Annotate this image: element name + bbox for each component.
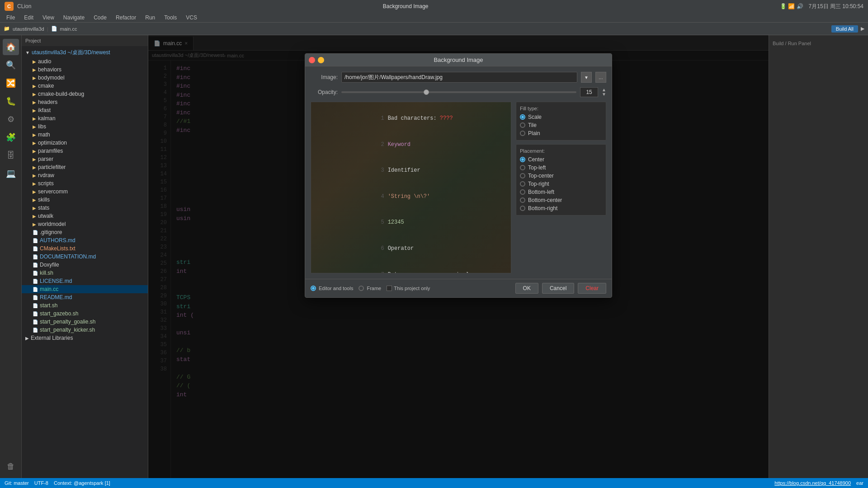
place-center-radio[interactable] bbox=[520, 157, 525, 162]
opacity-thumb[interactable] bbox=[424, 89, 429, 95]
tree-headers[interactable]: ▶ headers bbox=[22, 98, 148, 106]
placement-bottomright[interactable]: Bottom-right bbox=[520, 205, 602, 211]
place-bottomcenter-radio[interactable] bbox=[520, 197, 525, 203]
tree-scripts[interactable]: ▶ scripts bbox=[22, 179, 148, 188]
fill-plain-radio[interactable] bbox=[520, 131, 525, 136]
tree-cmakelists[interactable]: 📄 CMakeLists.txt bbox=[22, 244, 148, 253]
clear-button[interactable]: Clear bbox=[578, 283, 606, 294]
opacity-slider[interactable] bbox=[341, 91, 576, 93]
dropdown-button[interactable]: ▼ bbox=[581, 72, 592, 83]
place-topleft-radio[interactable] bbox=[520, 165, 525, 170]
place-bottomright-radio[interactable] bbox=[520, 206, 525, 211]
activity-terminal[interactable]: 💻 bbox=[3, 165, 19, 182]
tree-readme[interactable]: 📄 README.md bbox=[22, 293, 148, 301]
menu-navigate[interactable]: Navigate bbox=[60, 14, 88, 22]
menu-tools[interactable]: Tools bbox=[160, 14, 180, 22]
fill-scale-radio[interactable] bbox=[520, 114, 525, 120]
placement-topleft[interactable]: Top-left bbox=[520, 164, 602, 171]
tree-servercomm[interactable]: ▶ servercomm bbox=[22, 188, 148, 196]
tree-root[interactable]: ▼ utaustinvilla3d ~/桌面/3D/newest bbox=[22, 48, 148, 57]
tree-startsh[interactable]: 📄 start.sh bbox=[22, 301, 148, 310]
image-path-input[interactable] bbox=[341, 72, 577, 83]
opacity-arrows[interactable]: ▲▼ bbox=[602, 88, 606, 97]
tree-optimization[interactable]: ▶ optimization bbox=[22, 139, 148, 147]
tree-documentation[interactable]: 📄 DOCUMENTATION.md bbox=[22, 253, 148, 261]
status-left: Git: master UTF-8 Context: @agentspark [… bbox=[5, 480, 110, 486]
activity-search[interactable]: 🔍 bbox=[3, 57, 19, 73]
tree-cmake[interactable]: ▶ cmake bbox=[22, 82, 148, 90]
tree-bodymodel[interactable]: ▶ bodymodel bbox=[22, 74, 148, 82]
editor-tools-radio[interactable] bbox=[311, 286, 316, 291]
placement-bottomleft[interactable]: Bottom-left bbox=[520, 189, 602, 195]
menu-vcs[interactable]: VCS bbox=[182, 14, 201, 22]
tree-parser[interactable]: ▶ parser bbox=[22, 155, 148, 163]
fill-type-tile[interactable]: Tile bbox=[520, 122, 602, 128]
tree-rvdraw[interactable]: ▶ rvdraw bbox=[22, 171, 148, 179]
dialog-title: Background Image bbox=[434, 56, 483, 63]
editor-tools-option[interactable]: Editor and tools bbox=[311, 286, 353, 291]
project-tree[interactable]: ▼ utaustinvilla3d ~/桌面/3D/newest ▶ audio… bbox=[22, 46, 148, 478]
tree-license[interactable]: 📄 LICENSE.md bbox=[22, 277, 148, 285]
menu-edit[interactable]: Edit bbox=[20, 14, 37, 22]
folder-browse-button[interactable]: … bbox=[595, 72, 606, 83]
placement-topright[interactable]: Top-right bbox=[520, 181, 602, 187]
tree-audio[interactable]: ▶ audio bbox=[22, 57, 148, 66]
status-link[interactable]: https://blog.csdn.net/qq_41748900 bbox=[774, 480, 851, 486]
menu-run[interactable]: Run bbox=[142, 14, 159, 22]
toolbar-build-btn[interactable]: Build All bbox=[831, 25, 858, 33]
tree-skills[interactable]: ▶ skills bbox=[22, 196, 148, 204]
tree-math[interactable]: ▶ math bbox=[22, 131, 148, 139]
ok-button[interactable]: OK bbox=[515, 283, 538, 294]
activity-trash[interactable]: 🗑 bbox=[3, 458, 19, 474]
place-topright-radio[interactable] bbox=[520, 181, 525, 187]
activity-run[interactable]: 🐛 bbox=[3, 93, 19, 109]
tree-utwalk[interactable]: ▶ utwalk bbox=[22, 212, 148, 220]
fill-tile-radio[interactable] bbox=[520, 122, 525, 128]
tree-libs[interactable]: ▶ libs bbox=[22, 122, 148, 131]
fill-type-plain[interactable]: Plain bbox=[520, 130, 602, 136]
tree-paramfiles[interactable]: ▶ paramfiles bbox=[22, 147, 148, 155]
place-topcenter-radio[interactable] bbox=[520, 173, 525, 178]
tree-external-libraries[interactable]: ▶ External Libraries bbox=[22, 334, 148, 342]
fill-type-scale[interactable]: Scale bbox=[520, 114, 602, 120]
tree-startgazebo[interactable]: 📄 start_gazebo.sh bbox=[22, 310, 148, 318]
activity-project[interactable]: 🏠 bbox=[3, 39, 19, 55]
toolbar-play-icon[interactable]: ▶ bbox=[861, 26, 864, 32]
this-project-only-option[interactable]: This project only bbox=[387, 286, 430, 291]
tree-gitignore[interactable]: 📄 .gitignore bbox=[22, 228, 148, 236]
activity-database[interactable]: 🗄 bbox=[3, 147, 19, 164]
cancel-button[interactable]: Cancel bbox=[542, 283, 574, 294]
menu-file[interactable]: File bbox=[3, 14, 19, 22]
tree-stats[interactable]: ▶ stats bbox=[22, 204, 148, 212]
tree-killsh[interactable]: 📄 kill.sh bbox=[22, 269, 148, 277]
activity-vcs[interactable]: 🔀 bbox=[3, 75, 19, 91]
activity-plugins[interactable]: 🧩 bbox=[3, 129, 19, 145]
placement-topcenter[interactable]: Top-center bbox=[520, 173, 602, 179]
tree-particlefilter[interactable]: ▶ particlefilter bbox=[22, 163, 148, 171]
frame-radio[interactable] bbox=[359, 286, 364, 291]
dialog-close-button[interactable] bbox=[309, 57, 315, 63]
right-panel-hint: Build / Run Panel bbox=[773, 39, 864, 48]
project-only-checkbox[interactable] bbox=[387, 286, 392, 291]
place-bottomright-label: Bottom-right bbox=[528, 205, 557, 211]
tree-kalman[interactable]: ▶ kalman bbox=[22, 114, 148, 122]
placement-bottomcenter[interactable]: Bottom-center bbox=[520, 197, 602, 203]
tree-authors[interactable]: 📄 AUTHORS.md bbox=[22, 236, 148, 244]
place-topright-label: Top-right bbox=[528, 181, 549, 187]
place-bottomleft-radio[interactable] bbox=[520, 189, 525, 195]
tree-startkicker[interactable]: 📄 start_penalty_kicker.sh bbox=[22, 326, 148, 334]
activity-settings[interactable]: ⚙ bbox=[3, 111, 19, 127]
tree-doxyfile[interactable]: 📄 Doxyfile bbox=[22, 261, 148, 269]
tree-ikfast[interactable]: ▶ ikfast bbox=[22, 106, 148, 114]
dialog-min-button[interactable] bbox=[318, 57, 324, 63]
menu-refactor[interactable]: Refactor bbox=[112, 14, 140, 22]
frame-option[interactable]: Frame bbox=[359, 286, 381, 291]
menu-view[interactable]: View bbox=[39, 14, 58, 22]
tree-maincc[interactable]: 📄 main.cc bbox=[22, 285, 148, 293]
tree-worldmodel[interactable]: ▶ worldmodel bbox=[22, 220, 148, 228]
tree-behaviors[interactable]: ▶ behaviors bbox=[22, 66, 148, 74]
placement-center[interactable]: Center bbox=[520, 156, 602, 163]
tree-cmake-build-debug[interactable]: ▶ cmake-build-debug bbox=[22, 90, 148, 98]
menu-code[interactable]: Code bbox=[90, 14, 110, 22]
tree-startgoalie[interactable]: 📄 start_penalty_goalie.sh bbox=[22, 318, 148, 326]
